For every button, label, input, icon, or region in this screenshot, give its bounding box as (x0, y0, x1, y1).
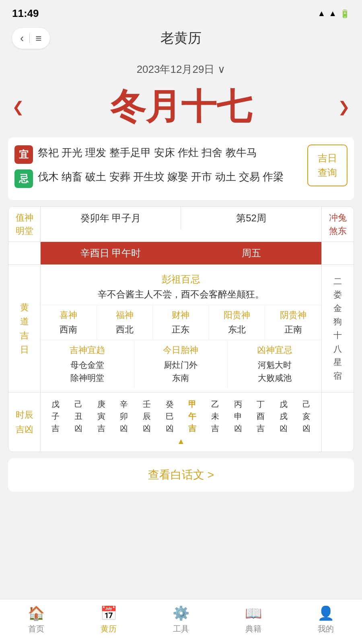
status-time: 11:49 (12, 7, 39, 20)
pengzu-row: 彭祖百忌 辛不合酱主人不尝，酉不会客醉坐颠狂。 (41, 269, 321, 305)
ji-text: 伐木 纳畜 破土 安葬 开生坟 嫁娶 开市 动土 交易 作梁 (38, 169, 284, 186)
yi-row: 宜 祭祀 开光 理发 整手足甲 安床 作灶 扫舍 教牛马 (14, 144, 302, 164)
shichen-grid: 戊子吉己丑凶庚寅吉辛卯凶壬辰凶癸巳凶甲午吉乙未吉丙申凶丁酉吉戊戌凶己亥凶 (45, 398, 317, 434)
year-month-cell: 癸卯年 甲子月 (41, 207, 181, 229)
next-day-button[interactable]: ❯ (338, 99, 350, 116)
wifi-icon: ▲ (317, 9, 325, 18)
calendar-row-middle: 黄 道 吉 日 彭祖百忌 辛不合酱主人不尝，酉不会客醉坐颠狂。 喜神 西南 (8, 265, 354, 392)
auspicious-day-query-button[interactable]: 吉日 查询 (307, 144, 348, 186)
auspicious-grid: 吉神宜趋 母仓金堂除神明堂 今日胎神 厨灶门外东南 凶神宜忌 河魁大时大败咸池 (41, 340, 321, 388)
yi-text: 祭祀 开光 理发 整手足甲 安床 作灶 扫舍 教牛马 (38, 144, 257, 161)
nav-label-mine: 我的 (318, 623, 334, 634)
status-icons: ▲ ▲ 🔋 (317, 9, 350, 19)
mine-icon: 👤 (317, 605, 334, 621)
shichen-item-2: 庚寅吉 (90, 398, 112, 434)
weekday-cell: 周五 (181, 242, 321, 264)
god-caishen: 财神 正东 (153, 305, 209, 340)
god-fushen: 福神 西北 (97, 305, 153, 340)
nav-item-home[interactable]: 🏠 首页 (0, 605, 72, 634)
baihua-row[interactable]: 查看白话文 > (8, 458, 354, 491)
shichen-item-1: 己丑凶 (68, 398, 90, 434)
nav-label-classics: 典籍 (245, 623, 261, 634)
huangdao-label: 黄 道 吉 日 (8, 265, 41, 392)
tools-icon: ⚙️ (173, 605, 189, 621)
shichen-item-7: 乙未吉 (204, 398, 226, 434)
aus-xiongshen: 凶神宜忌 河魁大时大败咸池 (228, 340, 321, 388)
signal-icon: ▲ (329, 9, 337, 18)
huangli-icon: 📅 (100, 605, 117, 621)
date-display: 2023年12月29日 (137, 62, 215, 76)
shichen-item-4: 壬辰凶 (136, 398, 158, 434)
ji-badge: 忌 (14, 169, 33, 188)
date-selector[interactable]: 2023年12月29日 ∨ (8, 57, 354, 79)
page-title: 老黄历 (160, 29, 202, 47)
menu-button[interactable]: ≡ (35, 32, 41, 45)
nav-item-huangli[interactable]: 📅 黄历 (72, 605, 145, 634)
chong-cell: 冲兔 煞东 (321, 207, 354, 242)
yi-ji-main: 宜 祭祀 开光 理发 整手足甲 安床 作灶 扫舍 教牛马 忌 伐木 纳畜 破土 … (14, 144, 302, 193)
week-num-cell: 第52周 (181, 207, 321, 229)
bottom-nav: 🏠 首页 📅 黄历 ⚙️ 工具 📖 典籍 👤 我的 (0, 599, 362, 644)
shichen-item-0: 戊子吉 (45, 398, 67, 434)
shichen-content: 戊子吉己丑凶庚寅吉辛卯凶壬辰凶癸巳凶甲午吉乙未吉丙申凶丁酉吉戊戌凶己亥凶 ▲ (41, 392, 321, 452)
lunar-date: 冬月十七 (110, 83, 252, 131)
shichen-item-11: 己亥凶 (295, 398, 317, 434)
yi-ji-section: 宜 祭祀 开光 理发 整手足甲 安床 作灶 扫舍 教牛马 忌 伐木 纳畜 破土 … (8, 137, 354, 200)
nav-item-mine[interactable]: 👤 我的 (290, 605, 362, 634)
date-dropdown-icon[interactable]: ∨ (218, 63, 225, 76)
baihua-link[interactable]: 查看白话文 > (148, 469, 214, 481)
back-button[interactable]: ‹ (20, 32, 24, 45)
nav-divider (29, 33, 30, 43)
shichen-item-10: 戊戌凶 (273, 398, 295, 434)
main-content: 2023年12月29日 ∨ ❮ 冬月十七 ❯ 宜 祭祀 开光 理发 整手足甲 安… (0, 57, 362, 491)
pengzu-text: 辛不合酱主人不尝，酉不会客醉坐颠狂。 (46, 288, 316, 301)
status-bar: 11:49 ▲ ▲ 🔋 (0, 0, 362, 24)
calendar-row-year: 值神 明堂 癸卯年 甲子月 第52周 冲兔 煞东 (8, 207, 354, 242)
aus-taisheng: 今日胎神 厨灶门外东南 (134, 340, 228, 388)
middle-content: 彭祖百忌 辛不合酱主人不尝，酉不会客醉坐颠狂。 喜神 西南 福神 西北 财神 (41, 265, 321, 392)
god-yin-gui: 阴贵神 正南 (265, 305, 321, 340)
shichen-label: 时辰 吉凶 (8, 392, 41, 452)
ji-row: 忌 伐木 纳畜 破土 安葬 开生坟 嫁娶 开市 动土 交易 作梁 (14, 169, 302, 188)
prev-day-button[interactable]: ❮ (12, 99, 24, 116)
aus-jishen: 吉神宜趋 母仓金堂除神明堂 (41, 340, 134, 388)
shichen-item-8: 丙申凶 (227, 398, 249, 434)
top-nav: ‹ ≡ 老黄历 (0, 24, 362, 57)
nav-item-classics[interactable]: 📖 典籍 (217, 605, 290, 634)
nav-left-buttons: ‹ ≡ (12, 28, 50, 49)
day-ganzhi-cell: 辛酉日 甲午时 (41, 242, 181, 264)
query-line2: 查询 (318, 165, 337, 180)
nav-label-tools: 工具 (173, 623, 189, 634)
pengzu-title: 彭祖百忌 (46, 273, 316, 286)
nav-item-tools[interactable]: ⚙️ 工具 (145, 605, 217, 634)
shichen-item-5: 癸巳凶 (158, 398, 181, 434)
shichen-expand-arrow[interactable]: ▲ (45, 437, 317, 446)
calendar-row-shichen: 时辰 吉凶 戊子吉己丑凶庚寅吉辛卯凶壬辰凶癸巳凶甲午吉乙未吉丙申凶丁酉吉戊戌凶己… (8, 392, 354, 452)
god-yang-gui: 阳贵神 东北 (209, 305, 265, 340)
nav-label-home: 首页 (28, 623, 44, 634)
nav-label-huangli: 黄历 (101, 623, 117, 634)
star-label: 二 娄 金 狗 十 八 星 宿 (321, 265, 354, 392)
home-icon: 🏠 (28, 605, 45, 621)
calendar-table: 值神 明堂 癸卯年 甲子月 第52周 冲兔 煞东 辛酉日 甲午时 周五 黄 道 … (8, 206, 354, 452)
calendar-row-day: 辛酉日 甲午时 周五 (8, 242, 354, 265)
god-xishen: 喜神 西南 (41, 305, 97, 340)
shichen-item-6: 甲午吉 (181, 398, 204, 434)
lunar-date-row: ❮ 冬月十七 ❯ (8, 79, 354, 137)
shichen-right-placeholder (321, 392, 354, 452)
gods-grid: 喜神 西南 福神 西北 财神 正东 阳贵神 东北 (41, 305, 321, 340)
zhishen-cell: 值神 明堂 (8, 207, 41, 242)
classics-icon: 📖 (245, 605, 262, 621)
shichen-item-9: 丁酉吉 (250, 398, 272, 434)
shichen-item-3: 辛卯凶 (113, 398, 135, 434)
yi-badge: 宜 (14, 145, 33, 164)
battery-icon: 🔋 (340, 9, 350, 19)
query-line1: 吉日 (318, 151, 337, 165)
